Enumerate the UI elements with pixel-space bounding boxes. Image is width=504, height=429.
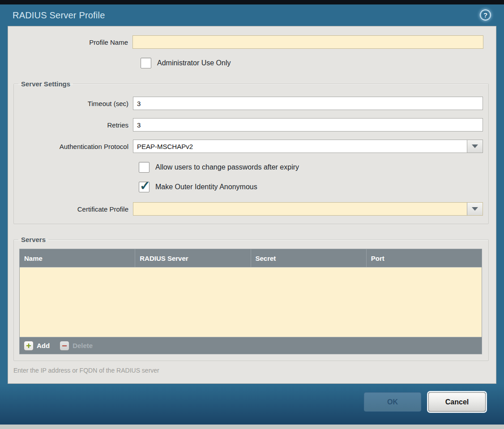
certificate-profile-value[interactable]: [133, 203, 467, 215]
auth-protocol-row: Authentication Protocol PEAP-MSCHAPv2: [14, 140, 483, 153]
outer-identity-label: Make Outer Identity Anonymous: [155, 183, 257, 191]
allow-password-change-row: Allow users to change passwords after ex…: [139, 162, 483, 173]
chevron-down-icon: [472, 144, 478, 148]
profile-name-label: Profile Name: [8, 38, 132, 46]
allow-password-change-label: Allow users to change passwords after ex…: [155, 163, 299, 171]
add-button[interactable]: + Add: [24, 341, 50, 351]
retries-row: Retries: [14, 118, 483, 132]
column-header-port[interactable]: Port: [366, 249, 482, 267]
chevron-down-icon: [472, 207, 478, 211]
servers-fieldset: Servers Name RADIUS Server Secret Port +…: [13, 236, 489, 361]
cancel-button[interactable]: Cancel: [428, 392, 486, 412]
outer-identity-row: Make Outer Identity Anonymous: [139, 182, 483, 192]
column-header-secret[interactable]: Secret: [251, 249, 366, 267]
retries-input[interactable]: [133, 118, 483, 132]
dialog-titlebar: RADIUS Server Profile ?: [8, 4, 496, 26]
letterbox-top: [0, 0, 504, 4]
radius-server-profile-dialog: RADIUS Server Profile ? Profile Name Adm…: [0, 4, 504, 425]
letterbox-bottom: [0, 425, 504, 429]
add-button-label: Add: [37, 342, 50, 349]
timeout-label: Timeout (sec): [14, 100, 133, 107]
servers-legend: Servers: [18, 236, 48, 243]
server-settings-legend: Server Settings: [18, 80, 73, 88]
admin-use-only-checkbox[interactable]: [141, 58, 151, 68]
timeout-row: Timeout (sec): [14, 97, 483, 110]
certificate-profile-dropdown-button[interactable]: [467, 203, 483, 215]
delete-button[interactable]: − Delete: [60, 341, 93, 351]
servers-table-toolbar: + Add − Delete: [20, 337, 482, 354]
add-icon: +: [24, 341, 34, 351]
admin-use-only-row: Administrator Use Only: [141, 58, 496, 68]
server-settings-fieldset: Server Settings Timeout (sec) Retries Au…: [13, 80, 489, 224]
dialog-body-panel: Profile Name Administrator Use Only Serv…: [8, 26, 496, 384]
auth-protocol-dropdown-button[interactable]: [467, 140, 483, 153]
servers-table-header: Name RADIUS Server Secret Port: [20, 249, 482, 267]
retries-label: Retries: [14, 121, 133, 129]
servers-table: Name RADIUS Server Secret Port + Add − D…: [19, 249, 482, 354]
column-header-radius-server[interactable]: RADIUS Server: [135, 249, 250, 267]
allow-password-change-checkbox[interactable]: [139, 162, 149, 173]
help-icon[interactable]: ?: [480, 9, 491, 21]
servers-table-body: [20, 267, 482, 337]
certificate-profile-select[interactable]: [133, 202, 483, 216]
admin-use-only-label: Administrator Use Only: [157, 59, 231, 67]
delete-icon: −: [60, 341, 69, 351]
timeout-input[interactable]: [133, 97, 483, 110]
certificate-profile-row: Certificate Profile: [14, 202, 483, 216]
certificate-profile-label: Certificate Profile: [14, 205, 133, 213]
dialog-title: RADIUS Server Profile: [8, 10, 105, 21]
ok-button[interactable]: OK: [364, 392, 421, 412]
dialog-footer: OK Cancel: [0, 384, 504, 425]
outer-identity-checkbox[interactable]: [139, 182, 149, 192]
auth-protocol-label: Authentication Protocol: [14, 143, 133, 150]
profile-name-row: Profile Name: [8, 35, 483, 49]
auth-protocol-value[interactable]: PEAP-MSCHAPv2: [133, 140, 467, 153]
servers-hint-text: Enter the IP address or FQDN of the RADI…: [13, 367, 489, 374]
column-header-name[interactable]: Name: [20, 249, 135, 267]
profile-name-input[interactable]: [132, 35, 483, 49]
auth-protocol-select[interactable]: PEAP-MSCHAPv2: [133, 140, 483, 153]
delete-button-label: Delete: [73, 342, 93, 349]
